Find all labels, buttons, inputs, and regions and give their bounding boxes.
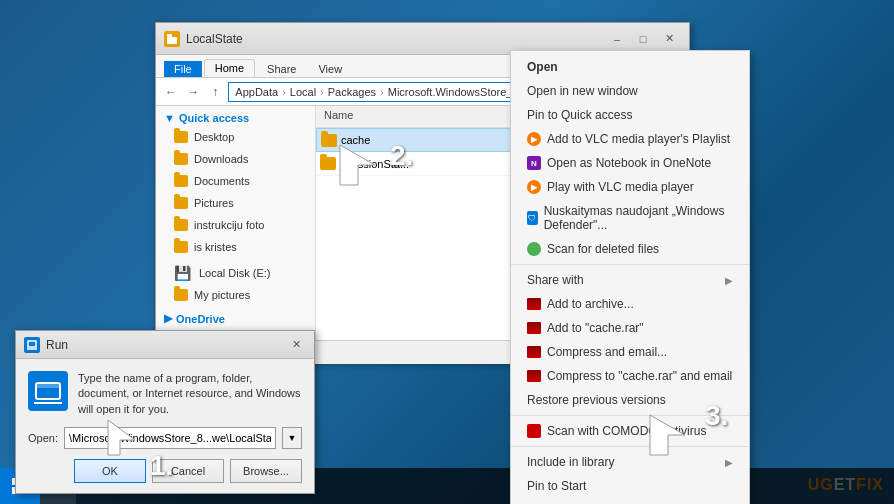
run-dialog: Run ✕ Type the name of a program, folder…	[15, 330, 315, 494]
winrar-icon-1	[527, 298, 541, 310]
sidebar-item-iskristes[interactable]: is kristes	[156, 236, 315, 258]
ctx-scan-deleted[interactable]: Scan for deleted files	[511, 237, 749, 261]
ctx-pin-start[interactable]: Pin to Start	[511, 474, 749, 498]
ctx-pin-quick-access[interactable]: Pin to Quick access	[511, 103, 749, 127]
onedrive-header[interactable]: ▶OneDrive	[156, 310, 315, 327]
sidebar-item-documents-label: Documents	[194, 175, 250, 187]
separator-1	[511, 264, 749, 265]
svg-rect-1	[167, 34, 172, 37]
svg-rect-5	[36, 383, 60, 388]
ctx-compress-cache-email[interactable]: Compress to "cache.rar" and email	[511, 364, 749, 388]
run-browse-button[interactable]: Browse...	[230, 459, 302, 483]
comodo-icon	[527, 424, 541, 438]
folder-title-icon	[164, 31, 180, 47]
ctx-add-archive[interactable]: Add to archive...	[511, 292, 749, 316]
run-big-icon	[28, 371, 68, 411]
sidebar-item-downloads[interactable]: Downloads	[156, 148, 315, 170]
ctx-compress-email[interactable]: Compress and email...	[511, 340, 749, 364]
run-title-text: Run	[46, 338, 68, 352]
ctx-open-new-window[interactable]: Open in new window	[511, 79, 749, 103]
tab-home[interactable]: Home	[204, 59, 255, 77]
ctx-open-onenote[interactable]: N Open as Notebook in OneNote	[511, 151, 749, 175]
ctx-add-vlc-playlist[interactable]: ▶ Add to VLC media player's Playlist	[511, 127, 749, 151]
documents-folder-icon	[174, 175, 188, 187]
run-description: Type the name of a program, folder, docu…	[78, 371, 302, 417]
run-body: Type the name of a program, folder, docu…	[16, 359, 314, 493]
separator-3	[511, 446, 749, 447]
winrar-icon-3	[527, 346, 541, 358]
local-disk-section: 💾 Local Disk (E:) My pictures	[156, 262, 315, 306]
sidebar-item-desktop-label: Desktop	[194, 131, 234, 143]
path-packages: Packages	[328, 86, 376, 98]
tab-share[interactable]: Share	[257, 61, 306, 77]
mypictures-folder-icon	[174, 289, 188, 301]
close-button[interactable]: ✕	[657, 29, 681, 49]
svg-rect-0	[167, 37, 177, 44]
run-cancel-button[interactable]: Cancel	[152, 459, 224, 483]
run-title-bar: Run ✕	[16, 331, 314, 359]
sessionstate-folder-icon	[320, 157, 336, 170]
ctx-include-library[interactable]: Include in library ▶	[511, 450, 749, 474]
ctx-comodo[interactable]: Scan with COMODO Antivirus	[511, 419, 749, 443]
sidebar-item-instrukciju-label: instrukciju foto	[194, 219, 264, 231]
title-bar-left: LocalState	[164, 31, 243, 47]
cache-folder-icon	[321, 134, 337, 147]
ctx-send-to[interactable]: Send to ▶	[511, 498, 749, 504]
share-arrow: ▶	[725, 275, 733, 286]
defender-icon: 🛡	[527, 211, 538, 225]
sidebar-item-iskristes-label: is kristes	[194, 241, 237, 253]
vlc-icon-2: ▶	[527, 180, 541, 194]
library-arrow: ▶	[725, 457, 733, 468]
sidebar-item-mypictures-label: My pictures	[194, 289, 250, 301]
ctx-play-vlc[interactable]: ▶ Play with VLC media player	[511, 175, 749, 199]
onenote-icon: N	[527, 156, 541, 170]
ctx-windows-defender[interactable]: 🛡 Nuskaitymas naudojant „Windows Defende…	[511, 199, 749, 237]
tab-view[interactable]: View	[308, 61, 352, 77]
path-appdata: AppData	[235, 86, 278, 98]
onedrive-section: ▶OneDrive	[156, 310, 315, 327]
sidebar-item-pictures[interactable]: Pictures	[156, 192, 315, 214]
ctx-restore-versions[interactable]: Restore previous versions	[511, 388, 749, 412]
sidebar-item-mypictures[interactable]: My pictures	[156, 284, 315, 306]
back-button[interactable]: ←	[162, 82, 180, 102]
path-local: Local	[290, 86, 316, 98]
svg-rect-2	[28, 341, 36, 347]
tab-file[interactable]: File	[164, 61, 202, 77]
instrukciju-folder-icon	[174, 219, 188, 231]
run-open-row: Open: ▼	[28, 427, 302, 449]
quick-access-header[interactable]: ▼Quick access	[156, 110, 315, 126]
sidebar-item-desktop[interactable]: Desktop	[156, 126, 315, 148]
run-close-button[interactable]: ✕	[286, 336, 306, 354]
pictures-folder-icon	[174, 197, 188, 209]
up-button[interactable]: ↑	[206, 82, 224, 102]
scan-icon	[527, 242, 541, 256]
downloads-folder-icon	[174, 153, 188, 165]
context-menu: Open Open in new window Pin to Quick acc…	[510, 50, 750, 504]
forward-button[interactable]: →	[184, 82, 202, 102]
sidebar: ▼Quick access Desktop Downloads Document…	[156, 106, 316, 340]
run-open-dropdown[interactable]: ▼	[282, 427, 302, 449]
ctx-open[interactable]: Open	[511, 55, 749, 79]
minimize-button[interactable]: –	[605, 29, 629, 49]
winrar-icon-2	[527, 322, 541, 334]
run-open-input[interactable]	[64, 427, 276, 449]
explorer-title: LocalState	[186, 32, 243, 46]
run-app-icon	[24, 337, 40, 353]
sidebar-item-localdisk[interactable]: 💾 Local Disk (E:)	[156, 262, 315, 284]
sidebar-item-instrukciju[interactable]: instrukciju foto	[156, 214, 315, 236]
maximize-button[interactable]: □	[631, 29, 655, 49]
sidebar-item-pictures-label: Pictures	[194, 197, 234, 209]
vlc-icon: ▶	[527, 132, 541, 146]
separator-2	[511, 415, 749, 416]
winrar-icon-4	[527, 370, 541, 382]
ctx-add-cache-rar[interactable]: Add to "cache.rar"	[511, 316, 749, 340]
run-buttons: OK Cancel Browse...	[28, 459, 302, 483]
run-title-left: Run	[24, 337, 68, 353]
run-ok-button[interactable]: OK	[74, 459, 146, 483]
iskristes-folder-icon	[174, 241, 188, 253]
ctx-share-with[interactable]: Share with ▶	[511, 268, 749, 292]
desktop-folder-icon	[174, 131, 188, 143]
sidebar-item-localdisk-label: Local Disk (E:)	[199, 267, 271, 279]
sidebar-item-documents[interactable]: Documents	[156, 170, 315, 192]
window-controls: – □ ✕	[605, 29, 681, 49]
